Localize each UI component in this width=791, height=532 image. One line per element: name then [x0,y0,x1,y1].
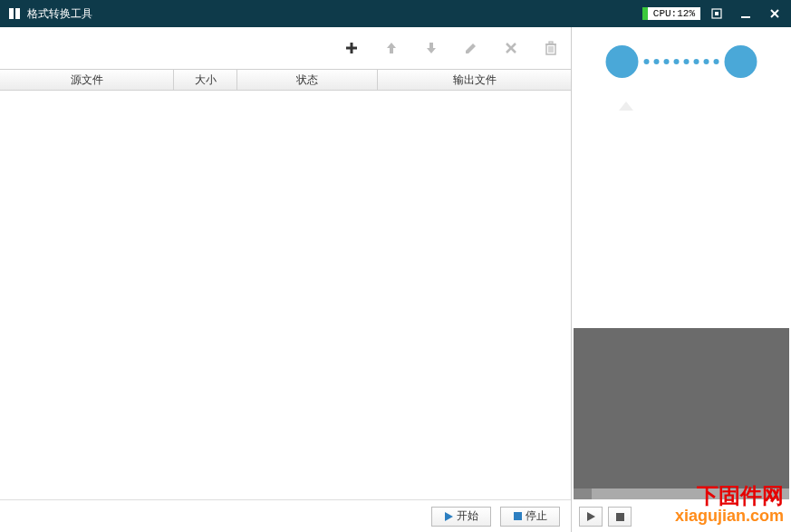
start-label: 开始 [457,508,478,524]
svg-rect-1 [15,8,20,19]
move-down-button[interactable] [422,39,440,57]
toolbar [0,27,571,69]
window-controls [708,5,784,23]
stop-button[interactable]: 停止 [500,507,560,527]
conversion-preview-top [572,27,791,326]
right-panel [572,27,791,532]
left-panel: 源文件 大小 状态 输出文件 开始 停止 [0,27,572,532]
svg-rect-18 [616,513,624,521]
conversion-graphic [606,45,757,78]
add-button[interactable] [342,39,361,57]
play-button[interactable] [579,507,603,527]
table-body [0,91,571,499]
column-header-output[interactable]: 输出文件 [378,70,571,90]
table-header: 源文件 大小 状态 输出文件 [0,69,571,91]
titlebar: 格式转换工具 CPU:12% [0,0,791,27]
close-button[interactable] [766,5,784,23]
column-header-size[interactable]: 大小 [174,70,237,90]
dots-connector-icon [644,59,719,64]
svg-rect-3 [715,12,719,15]
stop-playback-button[interactable] [608,507,632,527]
app-title: 格式转换工具 [27,6,642,22]
start-button[interactable]: 开始 [431,507,491,527]
restore-button[interactable] [708,5,726,23]
minimize-button[interactable] [737,5,755,23]
svg-rect-16 [549,42,553,44]
stop-label: 停止 [526,508,547,524]
source-circle-icon [606,45,639,78]
app-icon [7,6,22,21]
cpu-badge: CPU:12% [642,7,700,20]
move-up-button[interactable] [382,39,400,57]
target-circle-icon [725,45,757,78]
edit-button[interactable] [462,39,480,57]
bottom-bar: 开始 停止 [0,499,571,532]
main-container: 源文件 大小 状态 输出文件 开始 停止 [0,27,791,532]
clear-button[interactable] [542,39,560,57]
svg-rect-17 [514,512,522,520]
remove-button[interactable] [502,39,520,57]
column-header-source[interactable]: 源文件 [0,70,174,90]
timeline-strip[interactable] [574,488,789,499]
video-preview [574,328,789,499]
pointer-triangle-icon [619,102,633,111]
playback-bar [572,501,791,532]
column-header-status[interactable]: 状态 [237,70,378,90]
svg-rect-0 [9,8,14,19]
